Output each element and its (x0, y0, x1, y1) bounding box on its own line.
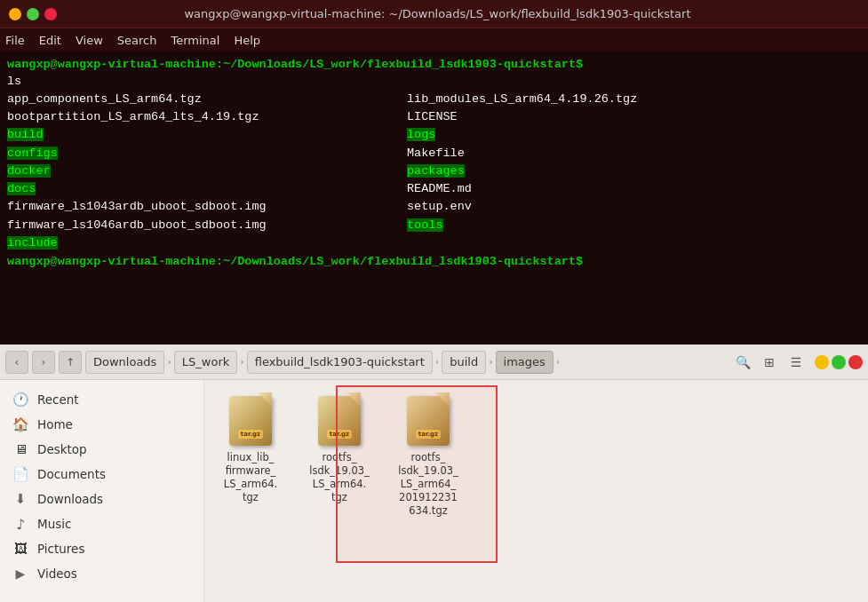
maximize-button[interactable] (27, 8, 39, 20)
bc-arrow-1: › (166, 356, 171, 368)
file-item: docker (7, 164, 51, 178)
sidebar-label-videos: Videos (37, 566, 77, 581)
search-button[interactable]: 🔍 (731, 351, 754, 374)
file-item: tools (407, 218, 443, 232)
file-name: rootfs_lsdk_19.03_LS_arm64.tgz (309, 451, 370, 504)
file-item: firmware_ls1043ardb_uboot_sdboot.img (7, 200, 267, 213)
sidebar-label-desktop: Desktop (37, 442, 87, 456)
list-view-button[interactable]: ☰ (784, 351, 808, 374)
minimize-button[interactable] (9, 8, 21, 20)
close-button[interactable] (44, 8, 57, 20)
file-item: LICENSE (407, 110, 458, 123)
music-icon (12, 516, 28, 532)
fm-minimize-button[interactable] (815, 355, 829, 369)
pictures-icon (12, 541, 28, 557)
toolbar-right: 🔍 ⊞ ☰ (731, 351, 808, 374)
fm-close-button[interactable] (848, 355, 863, 369)
up-button[interactable]: ↑ (59, 351, 82, 374)
sidebar-label-home: Home (37, 417, 73, 432)
home-icon (12, 416, 28, 432)
tgz-icon: tar.gz (315, 392, 363, 446)
window-title: wangxp@wangxp-virtual-machine: ~/Downloa… (57, 7, 818, 20)
terminal: wangxp@wangxp-virtual-machine:~/Download… (0, 51, 868, 345)
bc-images[interactable]: images (496, 351, 553, 374)
fm-files: tar.gz linux_lib_firmware_LS_arm64.tgz t… (204, 380, 868, 602)
window-controls[interactable] (9, 8, 57, 20)
back-button[interactable]: ‹ (5, 351, 28, 374)
fm-window-controls[interactable] (815, 355, 863, 369)
menu-search[interactable]: Search (117, 34, 157, 47)
file-item: firmware_ls1046ardb_uboot_sdboot.img (7, 218, 267, 232)
bc-ls-work[interactable]: LS_work (174, 351, 237, 374)
file-item-linux-lib[interactable]: tar.gz linux_lib_firmware_LS_arm64.tgz (215, 391, 286, 504)
fm-maximize-button[interactable] (832, 355, 846, 369)
bc-downloads[interactable]: Downloads (85, 351, 164, 374)
tgz-icon: tar.gz (227, 392, 275, 446)
fm-sidebar: Recent Home Desktop Documents Downloads … (0, 380, 204, 602)
bc-arrow-2: › (239, 356, 244, 368)
menu-view[interactable]: View (76, 34, 103, 47)
desktop-icon (12, 441, 28, 457)
sidebar-item-documents[interactable]: Documents (0, 462, 203, 487)
menu-terminal[interactable]: Terminal (171, 34, 219, 47)
fm-toolbar: ‹ › ↑ Downloads › LS_work › flexbuild_ls… (0, 345, 868, 380)
terminal-prompt-1: wangxp@wangxp-virtual-machine:~/Download… (7, 57, 583, 74)
file-name: linux_lib_firmware_LS_arm64.tgz (224, 451, 278, 504)
menu-edit[interactable]: Edit (39, 34, 61, 47)
fm-content: Recent Home Desktop Documents Downloads … (0, 380, 868, 602)
clock-icon (12, 392, 28, 408)
file-icon-wrap: tar.gz (311, 391, 368, 448)
forward-button[interactable]: › (32, 351, 55, 374)
file-item-rootfs-2[interactable]: tar.gz rootfs_lsdk_19.03_LS_arm64_201912… (393, 391, 464, 518)
downloads-icon (12, 491, 28, 507)
sidebar-item-pictures[interactable]: Pictures (0, 536, 203, 561)
file-icon-wrap: tar.gz (222, 391, 279, 448)
videos-icon (12, 566, 28, 582)
file-manager: ‹ › ↑ Downloads › LS_work › flexbuild_ls… (0, 345, 868, 602)
documents-icon (12, 466, 28, 482)
file-item: logs (407, 128, 435, 141)
file-item: build (7, 128, 44, 141)
sidebar-label-music: Music (37, 517, 71, 531)
file-item: include (7, 236, 58, 250)
file-item: lib_modules_LS_arm64_4.19.26.tgz (407, 92, 637, 106)
sidebar-item-desktop[interactable]: Desktop (0, 437, 203, 462)
file-item: configs (7, 147, 58, 160)
file-item: docs (7, 182, 36, 195)
sidebar-item-videos[interactable]: Videos (0, 561, 203, 586)
file-item-rootfs-1[interactable]: tar.gz rootfs_lsdk_19.03_LS_arm64.tgz (304, 391, 375, 504)
sidebar-item-music[interactable]: Music (0, 511, 203, 536)
title-bar: wangxp@wangxp-virtual-machine: ~/Downloa… (0, 0, 868, 28)
sidebar-label-documents: Documents (37, 467, 106, 481)
menu-file[interactable]: File (5, 34, 25, 47)
view-options-button[interactable]: ⊞ (758, 351, 781, 374)
breadcrumb: Downloads › LS_work › flexbuild_lsdk1903… (85, 350, 728, 375)
terminal-prompt-2: wangxp@wangxp-virtual-machine:~/Download… (7, 254, 583, 271)
file-icon-wrap: tar.gz (400, 391, 457, 448)
sidebar-item-home[interactable]: Home (0, 412, 203, 437)
bc-arrow-5: › (555, 356, 561, 368)
sidebar-label-recent: Recent (37, 392, 79, 407)
file-item: README.md (407, 182, 472, 195)
file-item: bootpartition_LS_arm64_lts_4.19.tgz (7, 110, 259, 123)
menu-help[interactable]: Help (234, 34, 260, 47)
file-name: rootfs_lsdk_19.03_LS_arm64_201912231634.… (398, 451, 458, 518)
tgz-icon: tar.gz (404, 392, 452, 446)
sidebar-item-recent[interactable]: Recent (0, 387, 203, 412)
sidebar-label-downloads: Downloads (37, 492, 103, 506)
file-item: setup.env (407, 200, 472, 213)
sidebar-label-pictures: Pictures (37, 542, 84, 556)
bc-arrow-3: › (434, 356, 440, 368)
terminal-command: ls (7, 75, 21, 88)
sidebar-item-downloads[interactable]: Downloads (0, 487, 203, 511)
bc-flexbuild[interactable]: flexbuild_lsdk1903-quickstart (247, 351, 433, 374)
file-item: Makefile (407, 147, 465, 160)
file-item: app_components_LS_arm64.tgz (7, 92, 202, 106)
menu-bar: File Edit View Search Terminal Help (0, 28, 868, 51)
file-item: packages (407, 164, 465, 178)
bc-arrow-4: › (488, 356, 493, 368)
bc-build[interactable]: build (442, 351, 486, 374)
